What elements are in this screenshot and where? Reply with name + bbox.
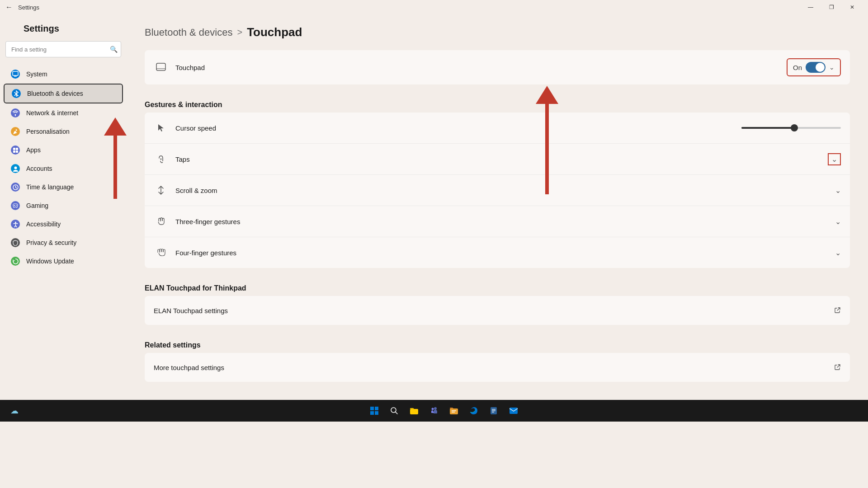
- elan-right: [835, 307, 841, 314]
- close-button[interactable]: ✕: [842, 0, 863, 14]
- slider-thumb[interactable]: [791, 124, 798, 131]
- breadcrumb-current: Touchpad: [247, 25, 302, 39]
- taps-chevron-icon[interactable]: ⌄: [828, 153, 841, 165]
- app-container: Settings 🔍 System Bluetoo: [0, 14, 868, 400]
- cursor-speed-slider[interactable]: [741, 127, 841, 129]
- taskbar: ☁: [0, 400, 868, 422]
- touchpad-label: Touchpad: [175, 64, 787, 71]
- taps-icon: [154, 152, 168, 166]
- svg-rect-30: [509, 408, 518, 414]
- nav-list: System Bluetooth & devices Network & int…: [0, 65, 127, 271]
- restore-button[interactable]: ❐: [821, 0, 842, 14]
- breadcrumb: Bluetooth & devices > Touchpad: [145, 25, 850, 39]
- three-finger-chevron-icon[interactable]: ⌄: [835, 217, 841, 226]
- touchpad-panel: Touchpad On ⌄: [145, 50, 850, 84]
- sidebar-item-time-label: Time & language: [26, 183, 74, 191]
- sidebar-item-apps[interactable]: Apps: [4, 141, 123, 159]
- svg-rect-18: [375, 411, 378, 415]
- elan-settings-row[interactable]: ELAN Touchpad settings: [145, 296, 850, 325]
- svg-rect-20: [410, 409, 418, 414]
- svg-point-9: [16, 205, 17, 206]
- search-box[interactable]: 🔍: [5, 41, 121, 57]
- sidebar-item-accounts-label: Accounts: [26, 165, 52, 172]
- sidebar-item-apps-label: Apps: [26, 146, 41, 154]
- network-icon: [11, 108, 20, 117]
- accounts-icon: [11, 164, 20, 173]
- sidebar-item-update[interactable]: Windows Update: [4, 252, 123, 270]
- search-input[interactable]: [5, 41, 121, 57]
- touchpad-toggle-area: On ⌄: [787, 58, 841, 76]
- accessibility-icon: [11, 220, 20, 229]
- sidebar-item-bluetooth[interactable]: Bluetooth & devices: [4, 84, 123, 103]
- svg-rect-0: [13, 71, 18, 75]
- svg-point-7: [14, 166, 17, 169]
- cursor-speed-row: Cursor speed: [145, 113, 850, 144]
- scroll-right: ⌄: [835, 186, 841, 195]
- toggle-state-label: On: [793, 64, 802, 71]
- search-icon: 🔍: [110, 46, 118, 53]
- sidebar-item-accessibility-label: Accessibility: [26, 221, 61, 228]
- svg-point-2: [15, 114, 16, 116]
- elan-section-header: ELAN Touchpad for Thinkpad: [145, 275, 850, 296]
- sidebar-item-system-label: System: [26, 70, 47, 78]
- taskbar-edge-button[interactable]: [465, 402, 483, 420]
- gestures-panel: Cursor speed: [145, 113, 850, 268]
- svg-rect-16: [375, 407, 378, 410]
- three-finger-row[interactable]: Three-finger gestures ⌄: [145, 206, 850, 237]
- sidebar-item-accessibility[interactable]: Accessibility: [4, 215, 123, 233]
- svg-rect-17: [370, 411, 374, 415]
- scroll-zoom-row[interactable]: Scroll & zoom ⌄: [145, 175, 850, 206]
- elan-panel: ELAN Touchpad settings: [145, 296, 850, 325]
- svg-point-11: [15, 221, 16, 223]
- breadcrumb-parent[interactable]: Bluetooth & devices: [145, 27, 232, 38]
- more-touchpad-row[interactable]: More touchpad settings: [145, 353, 850, 382]
- taskbar-search-button[interactable]: [385, 402, 403, 420]
- more-touchpad-right: [835, 364, 841, 371]
- sidebar-item-personalisation[interactable]: Personalisation: [4, 122, 123, 141]
- four-finger-label: Four-finger gestures: [175, 249, 835, 257]
- breadcrumb-separator: >: [237, 27, 242, 38]
- external-link-icon: [835, 307, 841, 314]
- toggle-chevron-icon[interactable]: ⌄: [829, 64, 835, 71]
- privacy-icon: [11, 238, 20, 247]
- titlebar: ← Settings — ❐ ✕: [0, 0, 868, 14]
- apps-icon: [11, 145, 20, 155]
- sidebar-item-update-label: Windows Update: [26, 258, 74, 265]
- weather-taskbar-item[interactable]: ☁: [5, 402, 24, 420]
- scroll-chevron-icon[interactable]: ⌄: [835, 186, 841, 195]
- four-finger-right: ⌄: [835, 249, 841, 257]
- taskbar-mail-button[interactable]: [505, 402, 523, 420]
- touchpad-toggle-wrap[interactable]: On ⌄: [787, 58, 841, 76]
- taskbar-libre-button[interactable]: [485, 402, 503, 420]
- taskbar-teams-button[interactable]: [425, 402, 443, 420]
- sidebar-item-privacy[interactable]: Privacy & security: [4, 234, 123, 252]
- three-finger-label: Three-finger gestures: [175, 218, 835, 225]
- sidebar-item-privacy-label: Privacy & security: [26, 239, 76, 246]
- svg-point-21: [434, 407, 437, 410]
- svg-rect-1: [14, 76, 17, 77]
- time-icon: [11, 183, 20, 192]
- sidebar-item-gaming[interactable]: Gaming: [4, 197, 123, 215]
- taps-row[interactable]: Taps ⌄: [145, 144, 850, 175]
- scroll-icon: [154, 183, 168, 197]
- sidebar-item-system[interactable]: System: [4, 65, 123, 83]
- sidebar-item-bluetooth-label: Bluetooth & devices: [27, 90, 83, 97]
- back-button[interactable]: ←: [5, 3, 13, 11]
- touchpad-toggle-switch[interactable]: [806, 62, 826, 73]
- related-panel: More touchpad settings: [145, 353, 850, 382]
- sidebar-item-network[interactable]: Network & internet: [4, 104, 123, 122]
- cursor-speed-slider-wrap: [705, 127, 841, 129]
- minimize-button[interactable]: —: [800, 0, 821, 14]
- cursor-icon: [154, 121, 168, 135]
- four-finger-row[interactable]: Four-finger gestures ⌄: [145, 237, 850, 268]
- sidebar-item-gaming-label: Gaming: [26, 202, 48, 209]
- sidebar-item-accounts[interactable]: Accounts: [4, 160, 123, 178]
- elan-settings-label: ELAN Touchpad settings: [154, 307, 835, 314]
- window-controls: — ❐ ✕: [800, 0, 863, 14]
- taskbar-files-button[interactable]: [405, 402, 423, 420]
- start-button[interactable]: [365, 402, 383, 420]
- sidebar-item-time[interactable]: Time & language: [4, 178, 123, 196]
- taskbar-explorer-button[interactable]: [445, 402, 463, 420]
- four-finger-chevron-icon[interactable]: ⌄: [835, 249, 841, 257]
- update-icon: [11, 257, 20, 266]
